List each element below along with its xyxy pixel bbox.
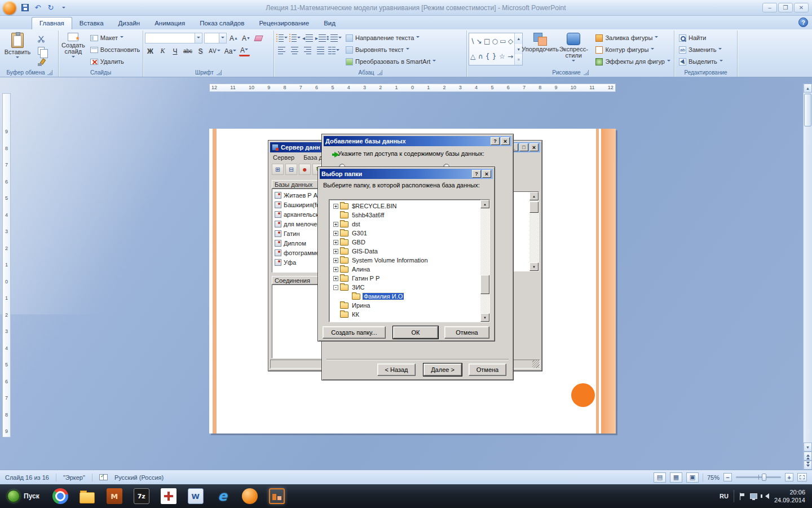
ribbon-tab[interactable]: Рецензирование: [251, 17, 316, 29]
tree-item[interactable]: + System Volume Information: [330, 256, 480, 265]
shape-icon[interactable]: →: [508, 53, 513, 60]
undo-button[interactable]: ↶: [32, 2, 43, 14]
zoom-slider-thumb[interactable]: [762, 474, 766, 481]
shape-icon[interactable]: }: [492, 53, 497, 60]
menu-item[interactable]: Сервер: [273, 154, 294, 161]
tree-expander-icon[interactable]: +: [333, 222, 338, 227]
zoom-slider[interactable]: [736, 476, 781, 478]
tree-expander-icon[interactable]: [345, 294, 350, 299]
toolbar-button-icon[interactable]: ⊞: [272, 164, 284, 175]
zoom-level[interactable]: 75%: [707, 474, 720, 481]
explorer-folder-icon[interactable]: [74, 485, 101, 507]
keyboard-language-indicator[interactable]: RU: [720, 493, 729, 500]
align-center-button[interactable]: [289, 45, 301, 56]
font-color-button[interactable]: А: [239, 46, 250, 56]
align-right-button[interactable]: [302, 45, 314, 56]
toolbar-button-icon[interactable]: ●: [299, 164, 311, 175]
delete-slide-button[interactable]: Удалить: [89, 56, 142, 67]
maximize-button[interactable]: ❐: [778, 3, 793, 12]
new-folder-button[interactable]: Создать папку...: [323, 326, 386, 339]
tree-expander-icon[interactable]: [333, 303, 338, 308]
arrange-button[interactable]: Упорядочить: [523, 31, 558, 68]
find-button[interactable]: Найти: [677, 32, 725, 43]
ribbon-tab[interactable]: Показ слайдов: [192, 17, 251, 29]
font-size-combo[interactable]: [204, 33, 227, 43]
shape-fill-button[interactable]: Заливка фигуры: [594, 32, 672, 43]
zoom-in-button[interactable]: +: [785, 473, 793, 481]
tree-item[interactable]: + Гатин Р Р: [330, 274, 480, 283]
text-direction-button[interactable]: Направление текста: [344, 32, 438, 43]
clock[interactable]: 20:06 24.09.2014: [774, 488, 805, 504]
qat-customize-button[interactable]: [58, 2, 69, 14]
close-button[interactable]: ✕: [794, 3, 809, 12]
powerpoint-icon[interactable]: [263, 485, 290, 507]
ribbon-tab[interactable]: Анимация: [147, 17, 192, 29]
change-case-button[interactable]: Аа: [223, 46, 237, 56]
paste-button[interactable]: Вставить: [3, 31, 32, 68]
word-doc-icon[interactable]: W: [182, 485, 209, 507]
shapes-scrollbar[interactable]: ≡: [514, 33, 522, 65]
shape-icon[interactable]: ∖: [470, 38, 475, 45]
start-button[interactable]: Пуск: [0, 484, 47, 508]
tree-expander-icon[interactable]: [333, 312, 338, 317]
tree-item[interactable]: + G301: [330, 229, 480, 238]
tree-item[interactable]: + Алина: [330, 265, 480, 274]
sevenzip-icon[interactable]: 7z: [128, 485, 155, 507]
dialog-launcher-icon[interactable]: [377, 70, 382, 75]
ok-button[interactable]: ОК: [393, 326, 438, 339]
dialog-help-icon[interactable]: [472, 170, 481, 178]
internet-explorer-icon[interactable]: e: [209, 485, 236, 507]
shape-effects-button[interactable]: Эффекты для фигур: [594, 56, 672, 67]
save-button[interactable]: [19, 2, 30, 14]
tree-item[interactable]: Ирина: [330, 301, 480, 310]
format-painter-button[interactable]: [34, 57, 48, 68]
shape-icon[interactable]: {: [486, 53, 490, 60]
bullets-button[interactable]: [276, 33, 288, 43]
align-text-button[interactable]: Выровнять текст: [344, 44, 438, 55]
shape-icon[interactable]: ☆: [499, 53, 505, 60]
layout-button[interactable]: Макет: [89, 32, 142, 43]
spellcheck-icon[interactable]: [99, 474, 108, 480]
tree-expander-icon[interactable]: [333, 213, 338, 218]
add-database-titlebar[interactable]: Добавление базы данных: [324, 136, 511, 146]
shape-outline-button[interactable]: Контур фигуры: [594, 44, 672, 55]
align-left-button[interactable]: [276, 45, 288, 56]
next-button[interactable]: Далее >: [423, 364, 462, 376]
resize-grip[interactable]: [532, 360, 540, 368]
scrollbar-thumb[interactable]: [804, 94, 811, 126]
back-button[interactable]: < Назад: [377, 364, 416, 376]
close-icon[interactable]: [501, 137, 510, 145]
line-spacing-button[interactable]: ↕: [328, 33, 339, 43]
scroll-down-icon[interactable]: [804, 443, 812, 452]
dialog-launcher-icon[interactable]: [217, 70, 222, 75]
slide-canvas[interactable]: Сервер данн СерверБаза д ⊞⊟●↻+ Базы данн…: [209, 129, 616, 433]
ribbon-tab[interactable]: Вставка: [72, 17, 111, 29]
shape-icon[interactable]: □: [484, 38, 490, 45]
display-icon[interactable]: [750, 493, 757, 499]
tree-expander-icon[interactable]: +: [333, 267, 338, 272]
tree-item[interactable]: - ЗИС: [330, 283, 480, 292]
bold-button[interactable]: Ж: [145, 46, 156, 56]
red-cross-tool-icon[interactable]: [155, 485, 182, 507]
tree-expander-icon[interactable]: +: [333, 231, 338, 236]
tree-item[interactable]: + dst: [330, 220, 480, 229]
close-icon[interactable]: [529, 143, 539, 151]
repeat-button[interactable]: ↻: [45, 2, 56, 14]
tree-expander-icon[interactable]: +: [333, 240, 338, 245]
slideshow-button[interactable]: ▣: [686, 472, 699, 483]
language-indicator[interactable]: Русский (Россия): [114, 474, 164, 481]
toolbar-button-icon[interactable]: ⊟: [285, 164, 297, 175]
new-slide-button[interactable]: Создать слайд: [60, 31, 86, 68]
clear-formatting-button[interactable]: [253, 33, 264, 43]
scrollbar-track[interactable]: [804, 93, 812, 443]
normal-view-button[interactable]: ▤: [654, 472, 666, 483]
minimize-button[interactable]: –: [762, 3, 777, 12]
tree-expander-icon[interactable]: +: [333, 204, 338, 209]
font-name-combo[interactable]: [145, 33, 202, 43]
tree-item[interactable]: + GIS-Data: [330, 247, 480, 256]
fit-to-window-icon[interactable]: [797, 473, 807, 481]
help-icon[interactable]: [798, 17, 808, 27]
character-spacing-button[interactable]: AV: [208, 46, 222, 56]
cut-button[interactable]: [34, 33, 48, 44]
shapes-gallery[interactable]: ∖↘□○▭◇ △∩{}☆→ ≡: [469, 33, 523, 65]
